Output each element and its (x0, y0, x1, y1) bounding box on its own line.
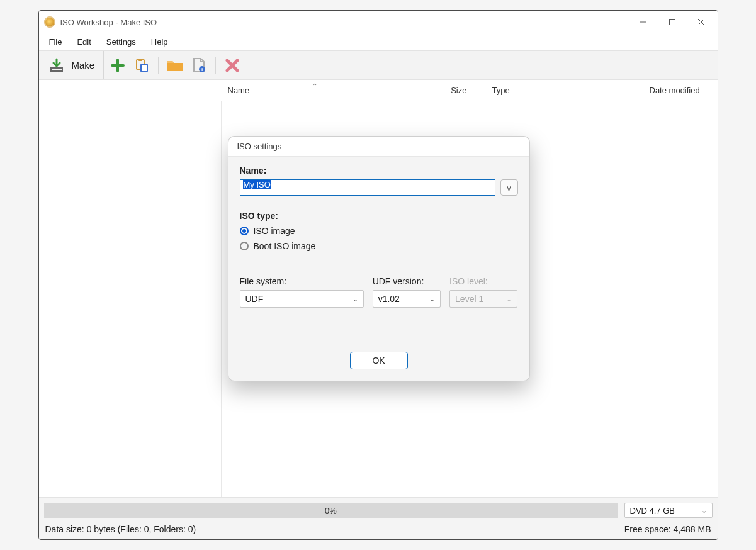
title-bar: ISO Workshop - Make ISO (39, 11, 718, 33)
make-iso-icon (47, 55, 67, 76)
iso-level-label: ISO level: (449, 276, 517, 286)
menu-settings[interactable]: Settings (100, 35, 142, 48)
folder-button[interactable] (165, 55, 185, 76)
iso-level-select: Level 1 ⌄ (449, 290, 517, 308)
make-button[interactable]: Make (43, 51, 104, 79)
radio-boot-iso-image[interactable]: Boot ISO image (240, 241, 518, 251)
svg-rect-1 (669, 20, 675, 25)
paste-button[interactable] (132, 55, 152, 76)
svg-rect-9 (138, 59, 142, 61)
udf-version-label: UDF version: (373, 276, 441, 286)
file-info-button[interactable]: i (189, 55, 209, 76)
toolbar-separator (158, 57, 159, 74)
delete-button[interactable] (222, 55, 242, 76)
chevron-down-icon: ⌄ (429, 295, 435, 303)
name-history-button[interactable]: v (500, 179, 518, 196)
column-type[interactable]: Type (480, 86, 606, 95)
ok-button[interactable]: OK (350, 352, 408, 369)
window-title: ISO Workshop - Make ISO (60, 18, 157, 27)
file-info-icon: i (192, 58, 206, 73)
tree-panel[interactable] (39, 101, 222, 497)
menu-file[interactable]: File (43, 35, 69, 48)
main-area: ISO settings Name: My ISO v ISO type: IS… (39, 101, 718, 497)
plus-icon (110, 58, 125, 73)
maximize-button[interactable] (658, 13, 686, 31)
menu-edit[interactable]: Edit (71, 35, 97, 48)
dialog-title: ISO settings (228, 137, 529, 157)
file-system-select[interactable]: UDF ⌄ (240, 290, 364, 308)
close-button[interactable] (687, 13, 715, 31)
radio-iso-image[interactable]: ISO image (240, 226, 518, 236)
minimize-button[interactable] (629, 13, 657, 31)
column-size[interactable]: Size (410, 86, 480, 95)
name-label: Name: (240, 166, 518, 176)
make-button-label: Make (72, 60, 95, 70)
clipboard-icon (134, 58, 149, 73)
menu-help[interactable]: Help (145, 35, 174, 48)
main-window: ISO Workshop - Make ISO File Edit Settin… (38, 10, 718, 540)
maximize-icon (669, 18, 676, 26)
data-size-label: Data size: 0 bytes (Files: 0, Folders: 0… (45, 524, 196, 534)
folder-icon (167, 59, 183, 72)
toolbar-separator (215, 57, 216, 74)
svg-rect-5 (51, 70, 62, 71)
column-name[interactable]: Name ⌃ (222, 86, 410, 95)
chevron-down-icon: ⌄ (701, 507, 707, 515)
file-system-label: File system: (240, 276, 364, 286)
radio-icon (240, 227, 249, 235)
progress-bar: 0% (44, 503, 618, 518)
iso-settings-dialog: ISO settings Name: My ISO v ISO type: IS… (228, 136, 530, 381)
iso-type-label: ISO type: (240, 211, 518, 221)
status-bar: 0% DVD 4.7 GB ⌄ Data size: 0 bytes (File… (39, 497, 718, 539)
chevron-down-icon: ⌄ (353, 295, 358, 303)
app-icon (44, 16, 55, 28)
svg-text:i: i (201, 67, 203, 72)
column-headers: Name ⌃ Size Type Date modified (39, 80, 718, 101)
udf-version-select[interactable]: v1.02 ⌄ (373, 290, 441, 308)
target-disc-select[interactable]: DVD 4.7 GB ⌄ (624, 503, 713, 518)
iso-name-input[interactable]: My ISO (240, 179, 495, 196)
free-space-label: Free space: 4,488 MB (624, 524, 711, 534)
add-button[interactable] (108, 55, 128, 76)
close-icon (697, 18, 705, 26)
radio-icon (240, 242, 249, 250)
column-date-modified[interactable]: Date modified (606, 86, 718, 95)
delete-icon (225, 59, 239, 72)
menu-bar: File Edit Settings Help (39, 33, 718, 51)
chevron-down-icon: ⌄ (506, 295, 512, 303)
sort-caret-icon: ⌃ (312, 82, 317, 89)
minimize-icon (640, 18, 647, 26)
toolbar: Make i (39, 51, 718, 80)
svg-rect-10 (141, 64, 147, 72)
